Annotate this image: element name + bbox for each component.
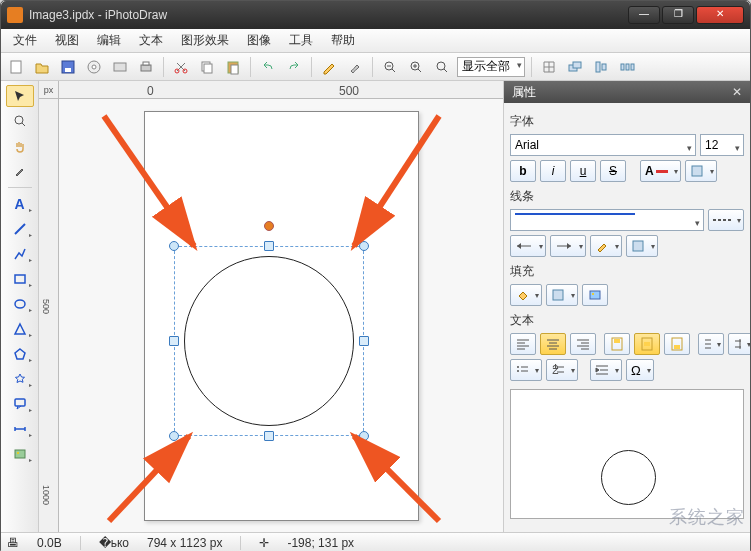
cut-button[interactable] xyxy=(170,56,192,78)
properties-close-icon[interactable]: ✕ xyxy=(732,85,742,99)
text-direction-button[interactable] xyxy=(698,333,724,355)
svg-rect-45 xyxy=(614,339,620,343)
zoom-in-button[interactable] xyxy=(405,56,427,78)
svg-rect-6 xyxy=(141,65,151,71)
rectangle-tool[interactable]: ▸ xyxy=(6,268,34,290)
underline-button[interactable]: u xyxy=(570,160,596,182)
new-button[interactable] xyxy=(5,56,27,78)
number-list-button[interactable]: 12 xyxy=(546,359,578,381)
svg-rect-2 xyxy=(65,68,71,72)
align-button[interactable] xyxy=(590,56,612,78)
minimize-button[interactable]: — xyxy=(628,6,660,24)
zoom-fit-button[interactable] xyxy=(431,56,453,78)
zoom-combo[interactable]: 显示全部 xyxy=(457,57,525,77)
strike-button[interactable]: S xyxy=(600,160,626,182)
svg-line-34 xyxy=(354,436,439,521)
redo-button[interactable] xyxy=(283,56,305,78)
rotation-handle[interactable] xyxy=(264,221,274,231)
star-tool[interactable]: ▸ xyxy=(6,368,34,390)
line-end-button[interactable] xyxy=(550,235,586,257)
svg-line-25 xyxy=(15,224,25,234)
disc-button[interactable] xyxy=(83,56,105,78)
titlebar: Image3.ipdx - iPhotoDraw — ❐ ✕ xyxy=(1,1,750,29)
open-button[interactable] xyxy=(31,56,53,78)
handle-w[interactable] xyxy=(169,336,179,346)
svg-text:2: 2 xyxy=(552,364,559,376)
svg-point-16 xyxy=(437,62,445,70)
layers-button[interactable] xyxy=(564,56,586,78)
menu-tools[interactable]: 工具 xyxy=(281,29,321,52)
menu-effects[interactable]: 图形效果 xyxy=(173,29,237,52)
font-name-combo[interactable]: Arial xyxy=(510,134,696,156)
svg-line-33 xyxy=(109,436,189,521)
fill-image-button[interactable] xyxy=(582,284,608,306)
polyline-tool[interactable]: ▸ xyxy=(6,243,34,265)
menu-help[interactable]: 帮助 xyxy=(323,29,363,52)
image-tool[interactable]: ▸ xyxy=(6,443,34,465)
line-start-button[interactable] xyxy=(510,235,546,257)
font-highlight-button[interactable] xyxy=(685,160,717,182)
distribute-button[interactable] xyxy=(616,56,638,78)
line-tool[interactable]: ▸ xyxy=(6,218,34,240)
polygon-tool[interactable]: ▸ xyxy=(6,343,34,365)
ruler-horizontal: 0 500 xyxy=(59,81,503,99)
font-color-button[interactable]: A xyxy=(640,160,681,182)
fill-pattern-button[interactable] xyxy=(546,284,578,306)
valign-bottom-button[interactable] xyxy=(664,333,690,355)
dimension-tool[interactable]: ▸ xyxy=(6,418,34,440)
zoom-tool[interactable] xyxy=(6,110,34,132)
line-pattern-button[interactable] xyxy=(626,235,658,257)
handle-n[interactable] xyxy=(264,241,274,251)
canvas-area[interactable]: px 0 500 500 1000 xyxy=(39,81,504,532)
save-button[interactable] xyxy=(57,56,79,78)
indent-button[interactable] xyxy=(590,359,622,381)
menu-text[interactable]: 文本 xyxy=(131,29,171,52)
brush-button[interactable] xyxy=(344,56,366,78)
line-dash-button[interactable] xyxy=(708,209,744,231)
paste-button[interactable] xyxy=(222,56,244,78)
valign-middle-button[interactable] xyxy=(634,333,660,355)
text-section-label: 文本 xyxy=(510,312,744,329)
handle-s[interactable] xyxy=(264,431,274,441)
svg-point-43 xyxy=(592,293,594,295)
italic-button[interactable]: i xyxy=(540,160,566,182)
svg-rect-19 xyxy=(596,62,600,72)
menu-file[interactable]: 文件 xyxy=(5,29,45,52)
align-center-button[interactable] xyxy=(540,333,566,355)
menu-image[interactable]: 图像 xyxy=(239,29,279,52)
align-right-button[interactable] xyxy=(570,333,596,355)
ellipse-tool[interactable]: ▸ xyxy=(6,293,34,315)
maximize-button[interactable]: ❐ xyxy=(662,6,694,24)
triangle-tool[interactable]: ▸ xyxy=(6,318,34,340)
text-tool[interactable]: A▸ xyxy=(6,193,34,215)
window-controls: — ❐ ✕ xyxy=(628,6,744,24)
bold-button[interactable]: b xyxy=(510,160,536,182)
zoom-out-button[interactable] xyxy=(379,56,401,78)
font-size-combo[interactable]: 12 xyxy=(700,134,744,156)
line-spacing-button[interactable] xyxy=(728,333,750,355)
align-left-button[interactable] xyxy=(510,333,536,355)
close-button[interactable]: ✕ xyxy=(696,6,744,24)
callout-tool[interactable]: ▸ xyxy=(6,393,34,415)
line-style-combo[interactable] xyxy=(510,209,704,231)
print-button[interactable] xyxy=(135,56,157,78)
svg-point-50 xyxy=(517,366,519,368)
edit-shape-button[interactable] xyxy=(318,56,340,78)
fill-color-button[interactable] xyxy=(510,284,542,306)
menu-view[interactable]: 视图 xyxy=(47,29,87,52)
svg-rect-41 xyxy=(553,290,563,300)
svg-rect-28 xyxy=(15,399,25,406)
select-tool[interactable] xyxy=(6,85,34,107)
valign-top-button[interactable] xyxy=(604,333,630,355)
handle-e[interactable] xyxy=(359,336,369,346)
bullet-list-button[interactable] xyxy=(510,359,542,381)
scanner-button[interactable] xyxy=(109,56,131,78)
hand-tool[interactable] xyxy=(6,135,34,157)
undo-button[interactable] xyxy=(257,56,279,78)
line-color-button[interactable] xyxy=(590,235,622,257)
eyedropper-tool[interactable] xyxy=(6,160,34,182)
symbol-button[interactable]: Ω xyxy=(626,359,654,381)
menu-edit[interactable]: 编辑 xyxy=(89,29,129,52)
grid-button[interactable] xyxy=(538,56,560,78)
copy-button[interactable] xyxy=(196,56,218,78)
